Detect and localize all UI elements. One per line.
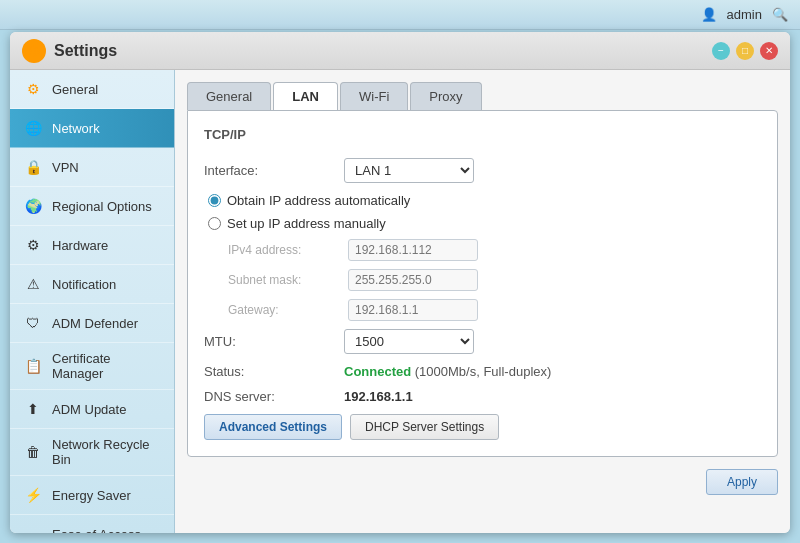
- main-panel: General LAN Wi-Fi Proxy TCP/IP Interface…: [175, 70, 790, 533]
- sidebar-label-hardware: Hardware: [52, 238, 108, 253]
- sidebar-item-ease[interactable]: ☁ Ease of Access: [10, 515, 174, 533]
- content-area: ⚙ General 🌐 Network 🔒 VPN 🌍 Regional Opt…: [10, 70, 790, 533]
- user-icon: 👤: [699, 5, 719, 25]
- mtu-label: MTU:: [204, 334, 344, 349]
- tab-proxy[interactable]: Proxy: [410, 82, 481, 110]
- hardware-icon: ⚙: [22, 234, 44, 256]
- sidebar-item-notification[interactable]: ⚠ Notification: [10, 265, 174, 304]
- notification-icon: ⚠: [22, 273, 44, 295]
- sidebar-item-regional[interactable]: 🌍 Regional Options: [10, 187, 174, 226]
- sidebar-label-cert: Certificate Manager: [52, 351, 162, 381]
- section-title: TCP/IP: [204, 127, 761, 146]
- status-row: Status: Connected (1000Mb/s, Full-duplex…: [204, 364, 761, 379]
- dhcp-settings-button[interactable]: DHCP Server Settings: [350, 414, 499, 440]
- window-title: Settings: [54, 42, 778, 60]
- sidebar-label-network: Network: [52, 121, 100, 136]
- vpn-icon: 🔒: [22, 156, 44, 178]
- radio-manual-label[interactable]: Set up IP address manually: [227, 216, 386, 231]
- regional-icon: 🌍: [22, 195, 44, 217]
- tab-bar: General LAN Wi-Fi Proxy: [187, 82, 778, 110]
- cert-icon: 📋: [22, 355, 44, 377]
- dns-value: 192.168.1.1: [344, 389, 413, 404]
- sidebar-label-energy: Energy Saver: [52, 488, 131, 503]
- sidebar-item-general[interactable]: ⚙ General: [10, 70, 174, 109]
- interface-label: Interface:: [204, 163, 344, 178]
- status-value: Connected (1000Mb/s, Full-duplex): [344, 364, 761, 379]
- sidebar-label-update: ADM Update: [52, 402, 126, 417]
- sidebar-item-cert-manager[interactable]: 📋 Certificate Manager: [10, 343, 174, 390]
- interface-value: LAN 1 LAN 2: [344, 158, 761, 183]
- mtu-value: 1500 9000: [344, 329, 761, 354]
- sidebar-item-hardware[interactable]: ⚙ Hardware: [10, 226, 174, 265]
- radio-auto-label[interactable]: Obtain IP address automatically: [227, 193, 410, 208]
- title-bar: ⚙ Settings − □ ✕: [10, 32, 790, 70]
- top-bar: 👤 admin 🔍: [0, 0, 800, 30]
- minimize-button[interactable]: −: [712, 42, 730, 60]
- sidebar-label-ease: Ease of Access: [52, 527, 141, 534]
- interface-select[interactable]: LAN 1 LAN 2: [344, 158, 474, 183]
- sidebar-label-recycle: Network Recycle Bin: [52, 437, 162, 467]
- radio-auto-row: Obtain IP address automatically: [204, 193, 761, 208]
- interface-row: Interface: LAN 1 LAN 2: [204, 158, 761, 183]
- panel-content: TCP/IP Interface: LAN 1 LAN 2 Obtain IP …: [187, 110, 778, 457]
- ipv4-row: IPv4 address:: [204, 239, 761, 261]
- window-controls: − □ ✕: [712, 42, 778, 60]
- sidebar-item-adm-defender[interactable]: 🛡 ADM Defender: [10, 304, 174, 343]
- mtu-select[interactable]: 1500 9000: [344, 329, 474, 354]
- top-bar-right: 👤 admin 🔍: [699, 5, 790, 25]
- radio-manual-row: Set up IP address manually: [204, 216, 761, 231]
- energy-icon: ⚡: [22, 484, 44, 506]
- sidebar-label-general: General: [52, 82, 98, 97]
- network-icon: 🌐: [22, 117, 44, 139]
- subnet-label: Subnet mask:: [228, 273, 348, 287]
- sidebar-item-vpn[interactable]: 🔒 VPN: [10, 148, 174, 187]
- subnet-row: Subnet mask:: [204, 269, 761, 291]
- ease-icon: ☁: [22, 523, 44, 533]
- settings-window: ⚙ Settings − □ ✕ ⚙ General 🌐 Network 🔒 V…: [10, 32, 790, 533]
- sidebar-label-defender: ADM Defender: [52, 316, 138, 331]
- ipv4-label: IPv4 address:: [228, 243, 348, 257]
- subnet-input[interactable]: [348, 269, 478, 291]
- username-label: admin: [727, 7, 762, 22]
- recycle-icon: 🗑: [22, 441, 44, 463]
- gateway-label: Gateway:: [228, 303, 348, 317]
- sidebar-item-net-recycle[interactable]: 🗑 Network Recycle Bin: [10, 429, 174, 476]
- radio-auto[interactable]: [208, 194, 221, 207]
- sidebar-label-vpn: VPN: [52, 160, 79, 175]
- advanced-settings-button[interactable]: Advanced Settings: [204, 414, 342, 440]
- sidebar-label-notification: Notification: [52, 277, 116, 292]
- status-info: (1000Mb/s, Full-duplex): [411, 364, 551, 379]
- apply-button[interactable]: Apply: [706, 469, 778, 495]
- dns-label: DNS server:: [204, 389, 344, 404]
- sidebar-item-energy[interactable]: ⚡ Energy Saver: [10, 476, 174, 515]
- search-icon[interactable]: 🔍: [770, 5, 790, 25]
- sidebar-item-adm-update[interactable]: ⬆ ADM Update: [10, 390, 174, 429]
- app-icon: ⚙: [22, 39, 46, 63]
- gateway-row: Gateway:: [204, 299, 761, 321]
- sidebar: ⚙ General 🌐 Network 🔒 VPN 🌍 Regional Opt…: [10, 70, 175, 533]
- action-buttons: Advanced Settings DHCP Server Settings: [204, 414, 761, 440]
- status-connected: Connected: [344, 364, 411, 379]
- maximize-button[interactable]: □: [736, 42, 754, 60]
- tab-wifi[interactable]: Wi-Fi: [340, 82, 408, 110]
- update-icon: ⬆: [22, 398, 44, 420]
- tab-general[interactable]: General: [187, 82, 271, 110]
- radio-manual[interactable]: [208, 217, 221, 230]
- ipv4-input[interactable]: [348, 239, 478, 261]
- status-label: Status:: [204, 364, 344, 379]
- dns-row: DNS server: 192.168.1.1: [204, 389, 761, 404]
- sidebar-label-regional: Regional Options: [52, 199, 152, 214]
- defender-icon: 🛡: [22, 312, 44, 334]
- apply-row: Apply: [187, 469, 778, 495]
- general-icon: ⚙: [22, 78, 44, 100]
- tab-lan[interactable]: LAN: [273, 82, 338, 110]
- close-button[interactable]: ✕: [760, 42, 778, 60]
- gateway-input[interactable]: [348, 299, 478, 321]
- mtu-row: MTU: 1500 9000: [204, 329, 761, 354]
- sidebar-item-network[interactable]: 🌐 Network: [10, 109, 174, 148]
